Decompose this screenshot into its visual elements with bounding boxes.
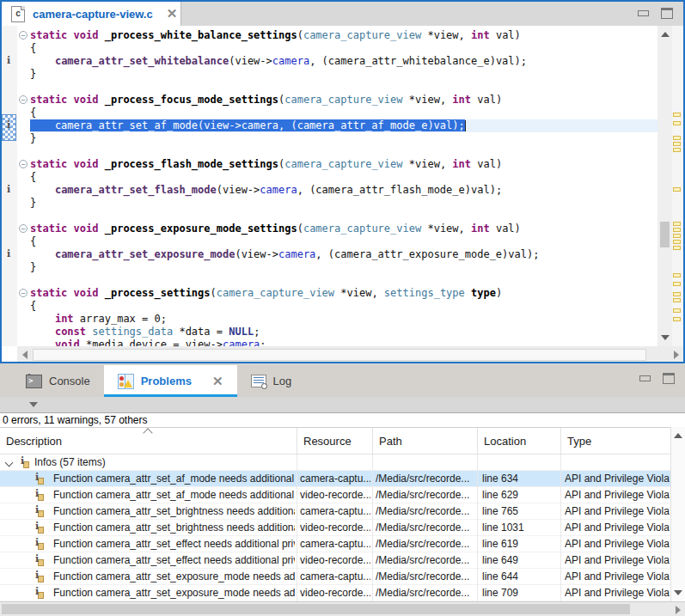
close-icon[interactable]: ✕ — [167, 8, 178, 20]
warning-marker-icon[interactable] — [673, 187, 681, 192]
info-marker-icon[interactable]: i — [7, 184, 15, 196]
problem-description: Function camera_attr_set_brightness need… — [53, 521, 295, 534]
warning-marker-icon[interactable] — [673, 240, 681, 244]
code-line[interactable]: } — [30, 197, 657, 210]
code-line[interactable] — [30, 210, 657, 223]
warning-marker-icon[interactable] — [673, 113, 681, 117]
problem-row[interactable]: iFunction camera_attr_set_af_mode needs … — [0, 487, 670, 503]
warning-marker-icon[interactable] — [673, 317, 681, 321]
scroll-up-icon[interactable] — [661, 32, 670, 37]
code-line[interactable]: void *media_device = view->camera; — [30, 338, 657, 346]
problem-row[interactable]: iFunction camera_attr_set_af_mode needs … — [0, 471, 670, 487]
problem-row[interactable]: iFunction camera_attr_set_effect needs a… — [0, 536, 670, 552]
code-line[interactable]: static void _process_white_balance_setti… — [30, 29, 657, 42]
warning-marker-icon[interactable] — [673, 228, 681, 232]
fold-collapse-icon[interactable]: − — [19, 95, 28, 104]
code-line[interactable]: } — [30, 132, 657, 145]
editor-hscroll-thumb[interactable] — [33, 349, 646, 361]
panel-hscroll-thumb[interactable] — [2, 604, 630, 614]
scroll-up-icon[interactable] — [674, 433, 682, 438]
code-line[interactable]: { — [30, 42, 657, 55]
warning-marker-icon[interactable] — [673, 273, 681, 278]
code-line[interactable]: } — [30, 261, 657, 274]
scroll-right-icon[interactable] — [676, 606, 681, 614]
warning-marker-icon[interactable] — [673, 298, 681, 302]
warning-marker-icon[interactable] — [673, 234, 681, 238]
warning-marker-icon[interactable] — [673, 148, 681, 152]
code-line[interactable]: { — [30, 300, 657, 313]
code-line[interactable]: static void _process_flash_mode_settings… — [30, 158, 657, 171]
problem-row[interactable]: iFunction camera_attr_set_brightness nee… — [0, 503, 670, 520]
code-line[interactable]: int array_max = 0; — [30, 313, 657, 326]
editor-body[interactable]: iiii −−−−− static void _process_white_ba… — [2, 26, 683, 346]
code-line[interactable] — [30, 81, 657, 94]
code-line[interactable]: const settings_data *data = NULL; — [30, 326, 657, 338]
warning-marker-icon[interactable] — [673, 292, 681, 296]
warning-marker-icon[interactable] — [673, 282, 681, 286]
minimize-icon[interactable] — [639, 375, 651, 381]
problem-location: line 619 — [482, 538, 559, 550]
problem-row[interactable]: iFunction camera_attr_set_brightness nee… — [0, 520, 670, 536]
close-icon[interactable]: ✕ — [212, 375, 223, 387]
view-menu-dropdown-icon[interactable] — [29, 402, 38, 407]
problem-path: /Media/src/recorde... — [376, 587, 475, 599]
problem-description: Function camera_attr_set_af_mode needs a… — [53, 489, 295, 501]
warning-marker-icon[interactable] — [673, 222, 681, 226]
editor-vertical-scrollbar[interactable] — [657, 26, 672, 346]
code-line[interactable]: { — [30, 171, 657, 184]
table-vertical-scrollbar[interactable] — [670, 427, 685, 601]
problem-resource: video-recorde... — [300, 489, 370, 501]
code-line[interactable]: { — [30, 107, 657, 119]
problem-row[interactable]: iFunction camera_attr_set_exposure_mode … — [0, 569, 670, 585]
info-marker-icon[interactable]: i — [7, 119, 15, 131]
problem-row[interactable]: iFunction camera_attr_set_effect needs a… — [0, 552, 670, 569]
info-marker-icon[interactable]: i — [7, 55, 15, 67]
code-line[interactable]: static void _process_focus_mode_settings… — [30, 94, 657, 107]
code-line[interactable] — [30, 274, 657, 287]
column-header-resource[interactable]: Resource — [297, 428, 372, 454]
maximize-icon[interactable] — [661, 8, 673, 19]
scroll-left-icon[interactable] — [22, 351, 28, 359]
panel-window-controls — [639, 373, 675, 384]
editor-horizontal-scrollbar[interactable] — [17, 346, 683, 362]
fold-collapse-icon[interactable]: − — [19, 31, 28, 40]
fold-collapse-icon[interactable]: − — [19, 289, 28, 297]
code-line[interactable]: } — [30, 68, 657, 81]
scroll-down-icon[interactable] — [661, 335, 670, 340]
fold-collapse-icon[interactable]: − — [19, 224, 28, 233]
scroll-right-icon[interactable] — [674, 351, 679, 359]
problem-row[interactable]: iFunction camera_attr_set_exposure_mode … — [0, 585, 670, 601]
editor-vscroll-thumb[interactable] — [660, 222, 670, 247]
column-header-type[interactable]: Type — [560, 428, 670, 454]
warning-marker-icon[interactable] — [673, 121, 681, 125]
tab-console[interactable]: Console — [12, 365, 104, 397]
warning-marker-icon[interactable] — [673, 246, 681, 250]
code-line[interactable]: camera_attr_set_whitebalance(view->camer… — [30, 55, 657, 68]
warning-marker-icon[interactable] — [673, 136, 681, 140]
bottom-panel: Console Problems ✕ Log 0 errors, 11 warn… — [0, 365, 685, 616]
maximize-icon[interactable] — [663, 373, 675, 384]
tab-camera-capture-view[interactable]: c camera-capture-view.c ✕ — [2, 2, 181, 26]
panel-horizontal-scrollbar[interactable] — [0, 601, 685, 616]
scroll-down-icon[interactable] — [674, 590, 682, 595]
fold-collapse-icon[interactable]: − — [19, 160, 28, 168]
code-line[interactable]: static void _process_settings(camera_cap… — [30, 287, 657, 300]
group-row-infos[interactable]: iInfos (57 items) — [0, 454, 670, 471]
tab-problems[interactable]: Problems ✕ — [104, 365, 237, 397]
code-line[interactable]: camera_attr_set_flash_mode(view->camera,… — [30, 184, 657, 197]
minimize-icon[interactable] — [638, 10, 649, 16]
code-line[interactable]: static void _process_exposure_mode_setti… — [30, 223, 657, 235]
tab-log[interactable]: Log — [237, 365, 306, 397]
code-line[interactable] — [30, 145, 657, 158]
chevron-down-icon[interactable] — [5, 459, 14, 467]
column-header-path[interactable]: Path — [372, 428, 477, 454]
info-marker-icon[interactable]: i — [7, 248, 15, 260]
code-line[interactable]: camera_attr_set_exposure_mode(view->came… — [30, 248, 657, 261]
column-header-description[interactable]: Description — [0, 428, 297, 454]
code-line[interactable]: camera_attr_set_af_mode(view->camera, (c… — [30, 119, 657, 132]
warning-marker-icon[interactable] — [673, 142, 681, 146]
problem-path: /Media/src/recorde... — [376, 521, 475, 534]
warning-marker-icon[interactable] — [673, 308, 681, 313]
column-header-location[interactable]: Location — [477, 428, 560, 454]
code-line[interactable]: { — [30, 235, 657, 248]
